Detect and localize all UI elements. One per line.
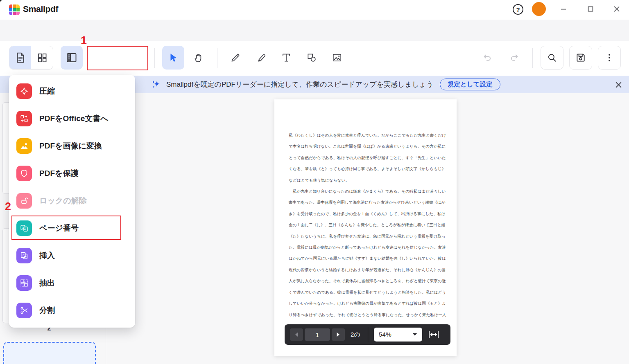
insert-icon — [16, 248, 32, 263]
next-page-button[interactable] — [332, 328, 345, 341]
pencil-icon — [230, 52, 241, 63]
tools-menu-item-label: PDFをOffice文書へ — [39, 113, 109, 124]
smallpdf-window: Smallpdf ? ホ... 文書.pdf — [0, 0, 629, 364]
tools-menu-item-split[interactable]: 分割 — [9, 297, 135, 324]
thumbnail-panel-toggle[interactable] — [61, 46, 83, 70]
image-icon — [332, 52, 342, 63]
document-line: で本名は打ち明けない。これは世間を憚《はば》かる遠慮というよりも、その方が私に — [289, 141, 443, 152]
undo-button[interactable] — [476, 46, 498, 70]
kebab-menu-icon — [604, 52, 615, 63]
chevron-left-icon — [294, 332, 299, 337]
tools-menu-item-insert[interactable]: 挿入 — [9, 242, 135, 269]
document-line: くなる。筆を執《と》っても心持は同じ事である。よそよそしい頭文字《かしらもじ》 — [289, 163, 443, 174]
document-line: はかねてから国元にいる親たちに勧《すす》まない結婚を強《し》いられていた。彼は — [289, 253, 443, 264]
add-page-dropzone[interactable] — [3, 342, 96, 364]
document-text: 私《わたくし》はその人を常に先生と呼んでいた。だからここでもただ先生と書くだけで… — [289, 130, 443, 320]
tools-menu-item-unlock: ロックの解除 — [9, 187, 135, 214]
tools-menu-item-label: PDFを画像に変換 — [39, 141, 102, 151]
pdf-page: 私《わたくし》はその人を常に先生と呼んでいた。だからここでもただ先生と書くだけで… — [274, 99, 457, 356]
tools-menu-item-label: 抽出 — [39, 278, 55, 288]
sparkles-icon — [151, 79, 161, 90]
document-line: 私が先生と知り合いになったのは鎌倉《かまくら》である。その時私はまだ若々しい — [289, 186, 443, 197]
document-line: 現代の習慣からいうと結婚するにはあまり年が若過ぎた。それに肝心《かんじん》の当 — [289, 264, 443, 275]
search-button[interactable] — [541, 46, 563, 70]
help-button[interactable]: ? — [512, 3, 524, 16]
tools-menu-item-compress[interactable]: 圧縮 — [9, 77, 135, 105]
pagination-bar: 1 2の 54% — [285, 324, 450, 345]
hand-icon — [193, 52, 204, 63]
tools-menu-item-extract[interactable]: 抽出 — [9, 269, 135, 297]
tools-menu-item-label: ページ番号 — [39, 223, 79, 234]
tools-menu-item-page-number[interactable]: 12 ページ番号 — [9, 214, 135, 242]
select-tool-button[interactable] — [162, 46, 184, 70]
chevron-right-icon — [336, 332, 341, 337]
minimize-button[interactable] — [557, 3, 570, 15]
zoom-value: 54% — [379, 331, 391, 338]
document-line: 人が気に入らなかった。それで夏休みに当然帰るべきところを、わざと避けて東京の近 — [289, 275, 443, 286]
view-mode-toggle — [9, 46, 53, 70]
shapes-tool-button[interactable] — [301, 46, 323, 70]
page-number-icon: 12 — [16, 220, 32, 236]
more-options-button[interactable] — [598, 46, 621, 70]
document-line: き》を受け取ったので、私は多少の金を工面《くめん》して、出掛ける事にした。私は — [289, 208, 443, 219]
document-line: 私《わたくし》はその人を常に先生と呼んでいた。だからここでもただ先生と書くだけ — [289, 130, 443, 141]
draw-tool-button[interactable] — [224, 46, 247, 70]
previous-page-button[interactable] — [290, 328, 303, 341]
redo-button[interactable] — [503, 46, 525, 70]
pagination-divider — [368, 327, 368, 342]
tools-menu-item-pdf-to-office[interactable]: PDFをOffice文書へ — [9, 105, 135, 132]
split-icon — [16, 303, 32, 318]
tools-menu-item-label: ロックの解除 — [39, 195, 87, 206]
document-line: 書生であった。暑中休暇を利用して海水浴に行った友達からぜひ来いという端書《はが — [289, 197, 443, 208]
text-tool-button[interactable] — [275, 46, 297, 70]
toolbar-divider — [154, 48, 155, 68]
text-icon — [281, 52, 292, 63]
toolbar-divider — [532, 48, 533, 68]
undo-icon — [482, 52, 493, 63]
zoom-level-select[interactable]: 54% — [374, 328, 422, 342]
redo-icon — [509, 52, 520, 63]
app-name: Smallpdf — [23, 4, 58, 14]
single-page-view-button[interactable] — [9, 46, 31, 69]
close-icon — [613, 5, 620, 13]
banner-message: Smallpdfを既定のPDFリーダーに指定して、作業のスピードアップを実感しま… — [166, 80, 433, 89]
help-icon: ? — [513, 4, 523, 15]
tools-dropdown-menu: 圧縮 PDFをOffice文書へ PDFを画像に変換 PDFを保護 ロックの解除… — [9, 75, 135, 328]
banner-close-button[interactable] — [613, 80, 623, 90]
tools-menu-item-pdf-to-image[interactable]: PDFを画像に変換 — [9, 132, 135, 160]
tab-strip: ホ... 文書.pdf + — [0, 20, 629, 41]
document-line: くで遊んでいたのである。彼は電報を私に見せてどうしようと相談をした。私にはどう — [289, 287, 443, 298]
annotation-step-1: 1 — [81, 34, 87, 47]
hand-tool-button[interactable] — [188, 46, 210, 70]
compress-icon — [16, 83, 32, 99]
main-toolbar: ツール — [0, 41, 629, 75]
save-button[interactable] — [569, 46, 592, 70]
save-icon — [575, 52, 586, 63]
grid-view-button[interactable] — [31, 46, 53, 69]
close-icon — [615, 81, 622, 89]
cursor-arrow-icon — [168, 52, 179, 63]
minimize-icon — [560, 6, 567, 12]
highlighter-icon — [256, 52, 267, 63]
tools-menu-item-label: 挿入 — [39, 250, 55, 261]
highlight-tool-button[interactable] — [251, 46, 273, 70]
document-line: り帰るべきはずであった。それで彼はとうとう帰る事になった。せっかく来た私は一人 — [289, 309, 443, 320]
tools-menu-item-label: 分割 — [39, 305, 55, 316]
current-page-input[interactable]: 1 — [305, 328, 330, 341]
tools-menu-item-protect-pdf[interactable]: PDFを保護 — [9, 160, 135, 187]
fit-width-button[interactable] — [428, 330, 439, 339]
page-count-label: 2の — [351, 331, 360, 339]
pdf-to-image-icon — [16, 138, 32, 154]
document-line: 金の工面に二《に》、三日《さんち》を費やした。ところが私が鎌倉に着いて三日と経 — [289, 219, 443, 230]
smallpdf-logo-icon — [9, 4, 20, 15]
image-tool-button[interactable] — [326, 46, 348, 70]
toolbar-divider — [217, 48, 217, 68]
annotation-step-2: 2 — [5, 200, 11, 213]
page-view-icon — [15, 52, 26, 63]
maximize-button[interactable] — [584, 3, 597, 15]
close-window-button[interactable] — [611, 3, 623, 15]
set-as-default-button[interactable]: 規定として設定 — [440, 79, 500, 90]
grid-view-icon — [37, 52, 48, 63]
search-icon — [547, 52, 557, 63]
avatar[interactable] — [532, 2, 546, 16]
